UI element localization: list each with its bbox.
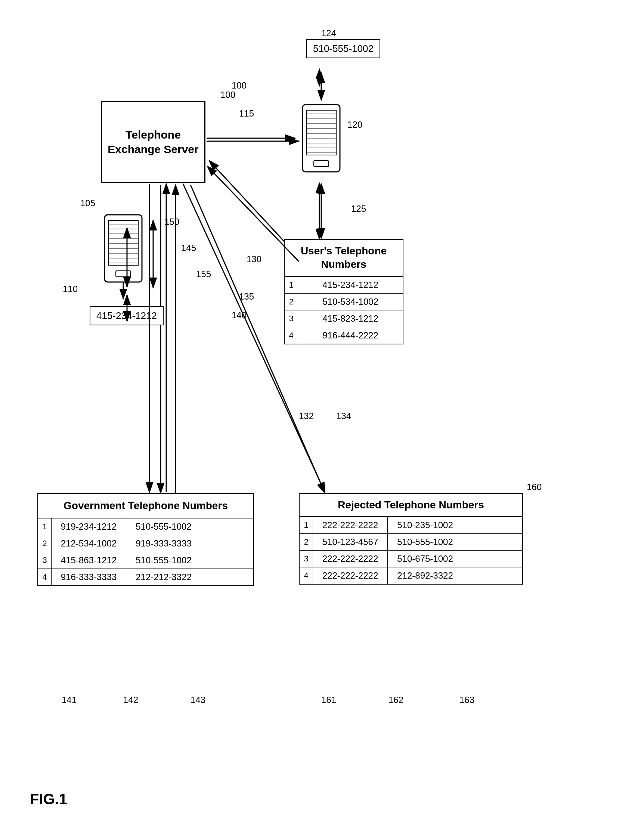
ref-140-label: 140 <box>232 310 247 320</box>
table-row: 1 415-234-1212 <box>285 277 403 294</box>
table-row: 4 222-222-2222 212-892-3322 <box>300 567 522 584</box>
table-row: 2 510-123-4567 510-555-1002 <box>300 534 522 551</box>
ref-100-label: 100 <box>220 90 235 100</box>
ref-124-label: 124 <box>321 28 336 38</box>
ref-145-label: 145 <box>181 243 196 253</box>
users-table-title: User's Telephone Numbers <box>285 240 403 277</box>
ref-135-label: 135 <box>239 291 254 302</box>
ref-162-label: 162 <box>389 695 403 705</box>
phone-device-120 <box>299 101 344 183</box>
phone-device-110 <box>101 211 146 293</box>
table-row: 2 510-534-1002 <box>285 294 403 310</box>
diagram: 100 Telephone Exchange Server 100 115 10… <box>0 0 644 830</box>
users-table: User's Telephone Numbers 1 415-234-1212 … <box>284 239 403 344</box>
table-row: 3 415-823-1212 <box>285 310 403 327</box>
tes-box: Telephone Exchange Server <box>101 101 206 183</box>
table-row: 3 222-222-2222 510-675-1002 <box>300 551 522 567</box>
gov-table-title: Government Telephone Numbers <box>38 494 253 518</box>
table-row: 4 916-333-3333 212-212-3322 <box>38 569 253 585</box>
table-row: 2 212-534-1002 919-333-3333 <box>38 535 253 552</box>
tes-label: Telephone Exchange Server <box>102 127 204 157</box>
ref-142-label: 142 <box>123 695 138 705</box>
ref-160-label: 160 <box>527 482 542 492</box>
num-box-124: 510-555-1002 <box>306 39 380 58</box>
gov-table: Government Telephone Numbers 1 919-234-1… <box>37 493 254 586</box>
ref-120-label: 120 <box>347 120 362 130</box>
rejected-table-title: Rejected Telephone Numbers <box>300 494 522 517</box>
table-row: 1 919-234-1212 510-555-1002 <box>38 518 253 535</box>
ref-143-label: 143 <box>190 695 206 705</box>
ref-161-label: 161 <box>321 695 336 705</box>
ref-115-label: 115 <box>239 108 254 119</box>
ref-141-label: 141 <box>62 695 77 705</box>
table-row: 3 415-863-1212 510-555-1002 <box>38 552 253 569</box>
ref-134-label: 134 <box>336 411 351 421</box>
table-row: 4 916-444-2222 <box>285 327 403 344</box>
ref-105-label: 105 <box>80 198 95 208</box>
ref-132-label: 132 <box>299 411 314 421</box>
ref-125-label: 125 <box>351 204 366 214</box>
rejected-table: Rejected Telephone Numbers 1 222-222-222… <box>299 493 523 584</box>
ref-155-label: 155 <box>196 269 211 279</box>
ref-100: 100 <box>232 80 247 91</box>
ref-110-label: 110 <box>63 284 78 295</box>
fig-label: FIG.1 <box>30 791 67 808</box>
ref-163-label: 163 <box>459 695 475 705</box>
ref-130-label: 130 <box>247 254 261 265</box>
ref-150-label: 150 <box>165 217 179 227</box>
num-box-112: 415-234-1212 <box>90 306 164 325</box>
table-row: 1 222-222-2222 510-235-1002 <box>300 517 522 534</box>
